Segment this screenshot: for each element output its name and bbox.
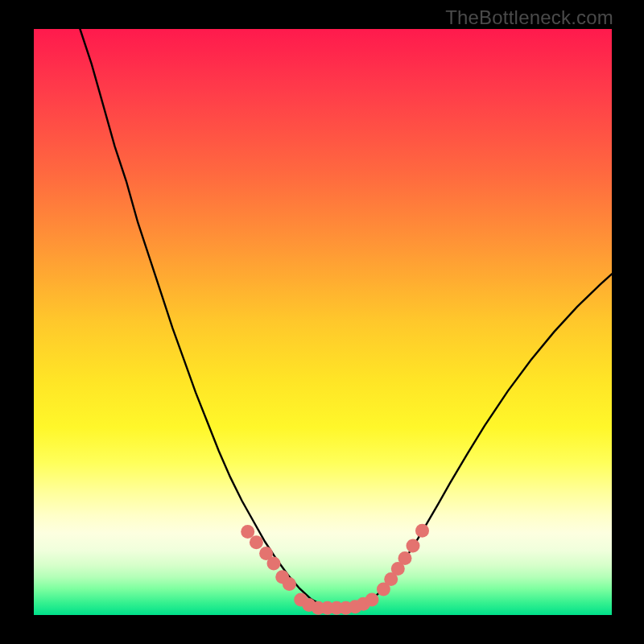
chart-frame: TheBottleneck.com bbox=[0, 0, 644, 644]
bottleneck-curve bbox=[80, 29, 612, 608]
data-point bbox=[250, 535, 263, 549]
data-point bbox=[407, 539, 420, 553]
data-point bbox=[241, 525, 254, 539]
data-point bbox=[283, 577, 296, 591]
plot-area bbox=[34, 29, 612, 615]
data-point bbox=[267, 556, 281, 570]
data-point-group bbox=[241, 524, 429, 615]
data-point bbox=[365, 593, 379, 607]
data-point bbox=[398, 551, 412, 565]
data-point bbox=[415, 524, 429, 538]
chart-svg bbox=[34, 29, 612, 615]
watermark-label: TheBottleneck.com bbox=[445, 6, 613, 29]
